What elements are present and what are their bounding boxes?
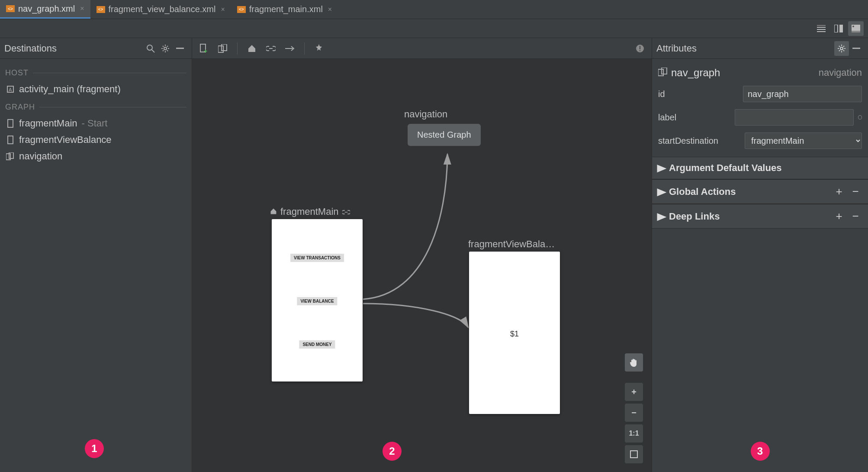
view-code-button[interactable] xyxy=(813,21,829,36)
graph-canvas[interactable]: navigation Nested Graph fragmentMain VIE… xyxy=(192,59,652,472)
panel-title: Attributes xyxy=(656,43,697,54)
minimize-icon[interactable] xyxy=(849,41,864,56)
graph-item-navigation[interactable]: navigation xyxy=(5,148,186,165)
close-icon[interactable]: × xyxy=(80,5,84,13)
tab-bar: <> nav_graph.xml × <> fragment_view_bala… xyxy=(0,0,868,19)
callout-badge-1-overlay: 1 xyxy=(85,439,104,458)
graph-toolbar: + xyxy=(192,38,652,59)
chevron-right-icon: ▶ xyxy=(657,211,666,222)
svg-rect-18 xyxy=(222,44,227,51)
zoom-in-button[interactable]: + xyxy=(625,383,643,401)
minimize-icon[interactable] xyxy=(173,41,187,56)
svg-point-24 xyxy=(840,47,843,50)
tab-label: fragment_main.xml xyxy=(249,4,323,14)
attr-row-start-destination: startDestination fragmentMain xyxy=(658,129,862,152)
svg-rect-27 xyxy=(662,68,667,74)
xml-file-icon: <> xyxy=(237,6,246,13)
label-input[interactable] xyxy=(735,109,854,126)
link-icon xyxy=(342,206,350,217)
fragment-view-balance-preview[interactable]: $1 xyxy=(469,252,560,414)
close-icon[interactable]: × xyxy=(221,6,225,13)
preview-button-send-money: SEND MONEY xyxy=(299,340,335,349)
fragment-main-label: fragmentMain xyxy=(270,206,350,217)
fragment-icon xyxy=(6,119,15,128)
attributes-header: Attributes xyxy=(652,38,868,59)
section-argument-default-values[interactable]: ▶ Argument Default Values xyxy=(652,157,868,179)
svg-text:+: + xyxy=(204,48,207,53)
preview-button-view-transactions: VIEW TRANSACTIONS xyxy=(290,254,344,262)
auto-arrange-icon[interactable] xyxy=(312,41,326,56)
preview-button-view-balance: VIEW BALANCE xyxy=(297,297,337,305)
view-switcher xyxy=(0,19,868,38)
chevron-right-icon: ▶ xyxy=(657,162,666,174)
nested-graph-node[interactable]: Nested Graph xyxy=(408,124,481,146)
graph-item-fragment-main[interactable]: fragmentMain - Start xyxy=(5,115,186,132)
view-design-button[interactable] xyxy=(848,21,864,36)
list-item-label: fragmentMain xyxy=(19,118,77,129)
resource-picker-icon[interactable] xyxy=(858,115,862,120)
start-destination-select[interactable]: fragmentMain xyxy=(745,133,862,149)
action-arrow-icon[interactable] xyxy=(283,41,297,56)
tab-label: fragment_view_balance.xml xyxy=(109,4,216,14)
fragment-icon xyxy=(6,136,15,144)
nested-graph-icon[interactable] xyxy=(215,41,230,56)
svg-rect-1 xyxy=(839,25,843,32)
svg-rect-22 xyxy=(640,50,640,51)
nested-graph-icon xyxy=(658,68,668,78)
callout-badge-2: 2 xyxy=(383,442,402,461)
remove-icon[interactable]: − xyxy=(849,185,862,198)
svg-point-7 xyxy=(164,47,167,50)
view-split-button[interactable] xyxy=(831,21,846,36)
attr-row-id: id xyxy=(658,82,862,106)
svg-rect-21 xyxy=(640,46,640,49)
graph-editor: + xyxy=(192,38,652,472)
nested-graph-icon xyxy=(6,152,15,161)
tab-nav-graph[interactable]: <> nav_graph.xml × xyxy=(0,0,90,19)
home-icon[interactable] xyxy=(244,41,259,56)
link-icon[interactable] xyxy=(264,41,278,56)
zoom-controls: + − 1:1 xyxy=(625,353,643,463)
remove-icon[interactable]: − xyxy=(849,210,862,223)
attr-row-label: label xyxy=(658,106,862,129)
svg-text:A: A xyxy=(9,87,12,92)
close-icon[interactable]: × xyxy=(328,6,332,13)
svg-rect-25 xyxy=(852,48,860,49)
svg-rect-11 xyxy=(8,120,13,127)
attribute-node-header: nav_graph navigation xyxy=(658,63,862,82)
fragment-main-preview[interactable]: VIEW TRANSACTIONS VIEW BALANCE SEND MONE… xyxy=(272,219,363,381)
svg-rect-0 xyxy=(834,25,838,32)
section-global-actions[interactable]: ▶ Global Actions + − xyxy=(652,179,868,204)
tab-fragment-main[interactable]: <> fragment_main.xml × xyxy=(231,0,338,19)
fragment-view-balance-label: fragmentViewBala… xyxy=(468,239,555,250)
destinations-panel: Destinations HOST A activity_main (fragm… xyxy=(0,38,192,472)
svg-rect-8 xyxy=(176,48,184,49)
zoom-fit-button[interactable] xyxy=(625,445,643,463)
attributes-panel: Attributes nav_graph navigation id xyxy=(652,38,868,472)
nav-node-label: navigation xyxy=(404,109,447,120)
zoom-reset-button[interactable]: 1:1 xyxy=(625,424,643,443)
xml-file-icon: <> xyxy=(6,5,15,12)
host-item[interactable]: A activity_main (fragment) xyxy=(5,81,186,97)
search-icon[interactable] xyxy=(143,41,158,56)
pan-hand-button[interactable] xyxy=(625,353,643,372)
new-destination-icon[interactable]: + xyxy=(196,41,211,56)
add-icon[interactable]: + xyxy=(833,210,845,223)
preview-balance-value: $1 xyxy=(510,330,519,339)
gear-icon[interactable] xyxy=(158,41,173,56)
svg-rect-3 xyxy=(852,31,860,32)
panel-title: Destinations xyxy=(4,43,57,54)
tab-fragment-view-balance[interactable]: <> fragment_view_balance.xml × xyxy=(90,0,231,19)
list-item-label: navigation xyxy=(19,151,62,162)
gear-icon[interactable] xyxy=(834,41,849,56)
add-icon[interactable]: + xyxy=(833,185,845,198)
graph-item-fragment-view-balance[interactable]: fragmentViewBalance xyxy=(5,132,186,148)
svg-line-6 xyxy=(152,50,154,52)
svg-rect-17 xyxy=(218,46,223,52)
warnings-icon[interactable] xyxy=(633,41,647,56)
section-deep-links[interactable]: ▶ Deep Links + − xyxy=(652,204,868,229)
svg-rect-2 xyxy=(852,25,860,31)
id-input[interactable] xyxy=(743,86,862,102)
zoom-out-button[interactable]: − xyxy=(625,404,643,422)
activity-icon: A xyxy=(6,85,15,94)
svg-point-5 xyxy=(147,45,152,50)
